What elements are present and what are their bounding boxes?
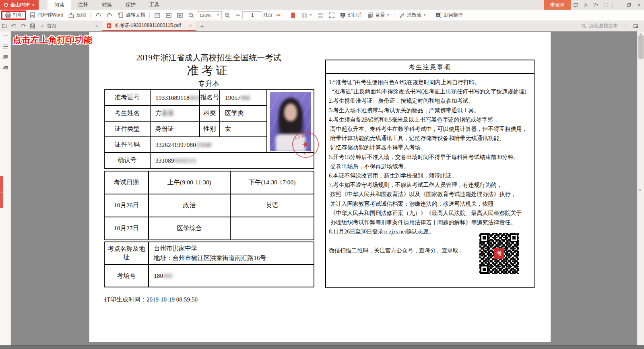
search-hint[interactable]: 点此查找文本 <box>589 23 618 29</box>
restore-button[interactable] <box>624 0 634 10</box>
page-input[interactable] <box>242 11 262 19</box>
home-tab-close-icon[interactable]: × <box>95 23 98 29</box>
menu-annotate[interactable]: 注释 <box>71 0 95 10</box>
toolbar: 打印 W PDF转Word 压缩 旋转文档 1:1 125% ▼ ⬅ /1页 ➡… <box>0 10 644 21</box>
site-address: 地址：台州市椒江区洪家街道南汇路16号 <box>154 253 314 263</box>
schedule-pm-2 <box>230 217 314 240</box>
slideshow-label: 幻灯片 <box>348 12 362 19</box>
rotate-right-button[interactable] <box>104 11 115 19</box>
qrh-label: 确认号 <box>104 153 150 168</box>
print-button[interactable]: 打印 <box>1 10 26 20</box>
menu-convert[interactable]: 转换 <box>95 0 119 10</box>
login-button[interactable]: 未登录 <box>544 0 571 10</box>
compress-button[interactable]: 压缩 <box>66 11 88 19</box>
help-icon[interactable]: ?▼ <box>591 0 601 10</box>
app-logo[interactable]: 金山PDF ▼ <box>0 0 39 10</box>
rotate-left-icon <box>95 12 101 19</box>
room-label: 考场号 <box>104 264 149 287</box>
zoom-out-button[interactable] <box>186 11 197 19</box>
app-logo-label: 金山PDF <box>10 2 30 8</box>
pdf-to-word-button[interactable]: W PDF转Word <box>27 11 66 19</box>
scrollbar-handle[interactable]: ≡ <box>639 189 641 191</box>
correction-pen-icon <box>399 12 405 19</box>
rotate-doc-button[interactable]: 旋转文档 <box>115 11 147 19</box>
minimize-button[interactable]: — <box>614 0 624 10</box>
scrollbar-thumb[interactable] <box>638 35 644 59</box>
menu-read[interactable]: 阅读 <box>47 0 71 10</box>
print-generated-time: 打印生成时间：2019-10-19 08:59:50 <box>104 296 198 304</box>
actual-size-icon: 1:1 <box>154 12 161 19</box>
sidebar-collapse-handle[interactable] <box>3 35 8 36</box>
export-word-panel-icon[interactable]: W <box>0 62 11 72</box>
expand-window-icon[interactable] <box>601 0 611 10</box>
zjhm-value: 332624199708023948 <box>150 137 267 153</box>
stamp-star-icon: ★ <box>301 138 310 150</box>
doc-tab-label: 准考证-1933108911800115.pdf <box>114 22 181 29</box>
titlebar-right: 未登录 ?▼ — × <box>544 0 644 10</box>
zoom-select[interactable]: 125% ▼ <box>197 11 222 19</box>
scroll-view-button[interactable] <box>315 11 326 19</box>
find-area: 点此查找文本 ⋮ <box>581 21 644 31</box>
outline-panel-icon[interactable] <box>0 41 11 52</box>
vertical-scrollbar[interactable]: ▲ ≡ <box>637 31 644 345</box>
slideshow-icon <box>340 12 346 19</box>
actual-size-button[interactable]: 1:1 <box>152 11 163 19</box>
venue-table: 考点名称及地址 台州市洪家中学 地址：台州市椒江区洪家街道南汇路16号 考场号 … <box>104 242 314 287</box>
home-icon: ⌂ <box>41 23 44 29</box>
correction-fluid-button[interactable]: 涂改液 ▼ <box>396 11 429 19</box>
next-page-button[interactable]: ➡ <box>274 11 283 19</box>
schedule-pm-1: 英语 <box>230 194 314 217</box>
collapsed-panel-flag[interactable]: ◂ <box>0 176 3 208</box>
zjlx-label: 证件类型 <box>104 121 150 137</box>
menu-protect[interactable]: 保护 <box>119 0 142 10</box>
bmh-value: 19057968 <box>220 90 267 105</box>
open-file-icon[interactable] <box>0 21 9 31</box>
titlebar-separator <box>612 2 613 8</box>
correction-fluid-label: 涂改液 <box>407 12 421 19</box>
table-row: 考试日期 上午(9:00-11:30) 下午(14:30-17:00) <box>104 171 314 194</box>
next-page-icon: ➡ <box>276 12 281 18</box>
translate-icon: A <box>436 12 442 19</box>
new-tab-button[interactable]: + <box>196 21 208 31</box>
menu-tools[interactable]: 工具 <box>142 0 166 10</box>
fit-width-button[interactable] <box>163 11 174 19</box>
single-page-view-button[interactable] <box>287 11 299 19</box>
redo-icon[interactable] <box>19 21 28 31</box>
notes-body: 1.“准考证”由考生使用白色A4纸在规定时间内上网自行打印。 “准考证”正反两面… <box>326 74 534 287</box>
settings-gear-icon[interactable] <box>581 0 591 10</box>
notes-title: 考生注意事项 <box>326 60 534 74</box>
scroll-view-icon <box>317 12 324 19</box>
feedback-icon[interactable] <box>571 0 581 10</box>
kingsoft-icon <box>4 2 8 7</box>
rotate-left-button[interactable] <box>93 11 104 19</box>
panel-toggle-icon[interactable] <box>633 23 638 29</box>
compress-label: 压缩 <box>76 12 86 19</box>
site-label: 考点名称及地址 <box>104 242 149 264</box>
tab-document[interactable]: P 准考证-1933108911800115.pdf × <box>102 21 196 31</box>
zoom-value: 125% <box>199 13 211 18</box>
background-button[interactable]: 背景 ▼ <box>365 11 392 19</box>
zoom-in-button[interactable] <box>222 11 233 19</box>
slideshow-button[interactable]: 幻灯片 <box>337 11 365 19</box>
search-icon <box>581 23 586 29</box>
wechat-hint: 微信扫描二维码，关注官方公众号，查考分、查录取... <box>329 247 463 254</box>
more-options-icon[interactable]: ⋮ <box>623 23 627 29</box>
thumbnails-panel-icon[interactable] <box>0 52 11 62</box>
home-tab-label: 首页 <box>47 23 56 29</box>
translate-button[interactable]: A 划词翻译 <box>433 11 465 19</box>
fullscreen-button[interactable] <box>326 11 337 19</box>
close-button[interactable]: × <box>634 0 644 10</box>
prev-page-button[interactable]: ⬅ <box>233 11 242 19</box>
site-value: 台州市洪家中学 地址：台州市椒江区洪家街道南汇路16号 <box>149 242 314 264</box>
undo-icon[interactable] <box>9 21 19 31</box>
correction-caret-icon: ▼ <box>423 13 426 17</box>
fit-page-button[interactable] <box>174 11 186 19</box>
document-area[interactable]: 点击左上角打印功能 2019年浙江省成人高校招生全国统一考试 准考证 专升本 准… <box>11 31 637 345</box>
two-page-view-button[interactable]: ▼ <box>299 11 315 19</box>
rotate-doc-label: 旋转文档 <box>126 12 145 19</box>
doc-tab-close-icon[interactable]: × <box>189 23 192 29</box>
single-page-icon <box>290 12 296 19</box>
save-icon[interactable] <box>28 21 37 31</box>
tab-home[interactable]: ⌂ 首页 × <box>37 21 102 31</box>
page-total: /1页 <box>262 11 274 19</box>
